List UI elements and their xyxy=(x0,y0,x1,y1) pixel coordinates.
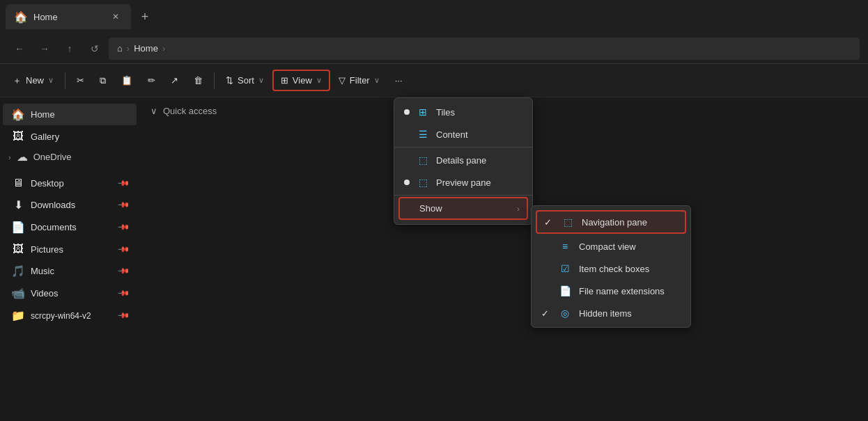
pictures-pin-icon: 📌 xyxy=(116,242,130,255)
videos-icon: 📹 xyxy=(11,287,25,300)
downloads-label: Downloads xyxy=(31,200,75,210)
show-filename-extensions-item[interactable]: ✓ 📄 File name extensions xyxy=(532,280,690,302)
address-sep2: › xyxy=(162,43,165,54)
filename-extensions-icon: 📄 xyxy=(558,285,572,296)
downloads-pin-icon: 📌 xyxy=(116,198,130,212)
tiles-bullet xyxy=(404,109,410,115)
share-button[interactable]: ↗ xyxy=(164,71,185,90)
view-chevron: ∨ xyxy=(316,76,322,85)
new-button[interactable]: ＋ New ∨ xyxy=(6,70,61,91)
home-address-icon: ⌂ xyxy=(117,43,123,54)
filter-chevron: ∨ xyxy=(374,76,380,85)
item-checkboxes-icon: ☑ xyxy=(558,263,572,274)
show-compact-view-item[interactable]: ✓ ≡ Compact view xyxy=(532,235,690,257)
nav-pane-label: Navigation pane xyxy=(582,217,647,228)
copy-button[interactable]: ⧉ xyxy=(93,71,113,90)
downloads-icon: ⬇ xyxy=(11,198,25,212)
sidebar-item-music[interactable]: 🎵 Music 📌 xyxy=(3,260,137,282)
desktop-icon: 🖥 xyxy=(11,177,25,189)
show-item-checkboxes-item[interactable]: ✓ ☑ Item check boxes xyxy=(532,257,690,280)
folder-label: scrcpy-win64-v2 xyxy=(31,311,91,321)
music-pin-icon: 📌 xyxy=(116,264,130,278)
hidden-items-checkmark: ✓ xyxy=(541,308,551,319)
item-checkboxes-label: Item check boxes xyxy=(579,264,649,274)
toolbar-separator-2 xyxy=(214,72,215,89)
view-preview-pane-item[interactable]: ⬚ Preview pane xyxy=(394,171,532,193)
folder-icon: 📁 xyxy=(11,309,25,322)
onedrive-label: OneDrive xyxy=(33,152,72,162)
folder-pin-icon: 📌 xyxy=(116,309,130,322)
show-label: Show xyxy=(419,203,442,214)
sidebar-item-home[interactable]: 🏠 Home xyxy=(3,104,137,125)
sidebar-item-videos[interactable]: 📹 Videos 📌 xyxy=(3,283,137,304)
view-button[interactable]: ⊞ View ∨ xyxy=(272,70,330,91)
sort-label: Sort xyxy=(238,75,254,86)
show-hidden-items-item[interactable]: ✓ ◎ Hidden items xyxy=(532,302,690,324)
address-sep1: › xyxy=(127,43,130,54)
sidebar-item-gallery[interactable]: 🖼 Gallery xyxy=(3,126,137,147)
sidebar-item-onedrive[interactable]: › ☁ OneDrive xyxy=(0,148,139,166)
show-nav-pane-item[interactable]: ✓ ⬚ Navigation pane xyxy=(536,210,686,234)
refresh-button[interactable]: ↺ xyxy=(84,38,106,60)
sort-button[interactable]: ⇅ Sort ∨ xyxy=(219,71,271,90)
view-icon: ⊞ xyxy=(281,75,288,86)
new-label: New xyxy=(26,75,44,86)
desktop-label: Desktop xyxy=(31,178,64,189)
sidebar-item-pictures[interactable]: 🖼 Pictures 📌 xyxy=(3,239,137,260)
toolbar-separator-1 xyxy=(65,72,65,89)
view-content-item[interactable]: ☰ Content xyxy=(394,123,532,145)
videos-label: Videos xyxy=(31,288,59,299)
preview-pane-bullet xyxy=(404,180,410,185)
sidebar-item-desktop[interactable]: 🖥 Desktop 📌 xyxy=(3,173,137,193)
sort-icon: ⇅ xyxy=(226,75,233,86)
up-button[interactable]: ↑ xyxy=(59,38,81,60)
browser-tab[interactable]: 🏠 Home ✕ xyxy=(6,4,131,29)
new-icon: ＋ xyxy=(13,74,22,87)
view-label: View xyxy=(293,75,312,86)
documents-pin-icon: 📌 xyxy=(116,221,130,234)
delete-button[interactable]: 🗑 xyxy=(187,71,210,90)
sidebar-item-documents[interactable]: 📄 Documents 📌 xyxy=(3,216,137,238)
music-icon: 🎵 xyxy=(11,264,25,278)
filename-extensions-label: File name extensions xyxy=(579,286,665,296)
preview-pane-label: Preview pane xyxy=(436,177,491,188)
documents-icon: 📄 xyxy=(11,221,25,234)
view-tiles-item[interactable]: ⊞ Tiles xyxy=(394,101,532,123)
sidebar-item-folder[interactable]: 📁 scrcpy-win64-v2 📌 xyxy=(3,305,137,326)
tab-close-button[interactable]: ✕ xyxy=(109,10,123,24)
rename-button[interactable]: ✏ xyxy=(141,71,162,90)
address-bar[interactable]: ⌂ › Home › xyxy=(109,38,860,60)
quick-access-label: Quick access xyxy=(163,106,217,116)
paste-button[interactable]: 📋 xyxy=(114,71,139,90)
filter-label: Filter xyxy=(350,75,370,86)
view-details-pane-item[interactable]: ⬚ Details pane xyxy=(394,149,532,171)
view-dropdown-sep1 xyxy=(394,147,532,148)
sidebar-item-downloads[interactable]: ⬇ Downloads 📌 xyxy=(3,194,137,216)
videos-pin-icon: 📌 xyxy=(116,287,130,300)
preview-pane-icon: ⬚ xyxy=(417,177,429,188)
more-icon: ··· xyxy=(395,75,403,86)
home-icon: 🏠 xyxy=(11,108,25,121)
sort-chevron: ∨ xyxy=(258,76,264,85)
filter-button[interactable]: ▽ Filter ∨ xyxy=(332,71,387,90)
desktop-pin-icon: 📌 xyxy=(116,176,130,189)
onedrive-arrow: › xyxy=(8,153,11,161)
compact-view-label: Compact view xyxy=(579,241,636,252)
nav-pane-icon: ⬚ xyxy=(561,216,575,228)
cut-button[interactable]: ✂ xyxy=(70,71,91,90)
delete-icon: 🗑 xyxy=(194,75,203,86)
title-bar: 🏠 Home ✕ + xyxy=(0,0,868,33)
tab-title: Home xyxy=(33,12,103,22)
forward-button[interactable]: → xyxy=(33,38,56,60)
more-button[interactable]: ··· xyxy=(388,71,410,90)
compact-view-icon: ≡ xyxy=(558,241,572,252)
view-show-item[interactable]: Show › xyxy=(398,197,528,220)
content-label: Content xyxy=(436,129,468,140)
view-dropdown-sep2 xyxy=(394,195,532,196)
new-tab-button[interactable]: + xyxy=(134,6,156,28)
sidebar: 🏠 Home 🖼 Gallery › ☁ OneDrive 🖥 Desktop … xyxy=(0,97,139,421)
back-button[interactable]: ← xyxy=(8,38,31,60)
details-pane-label: Details pane xyxy=(436,155,486,166)
toolbar: ＋ New ∨ ✂ ⧉ 📋 ✏ ↗ 🗑 ⇅ Sort ∨ ⊞ View ∨ ▽ … xyxy=(0,64,868,97)
onedrive-icon: ☁ xyxy=(15,150,29,164)
